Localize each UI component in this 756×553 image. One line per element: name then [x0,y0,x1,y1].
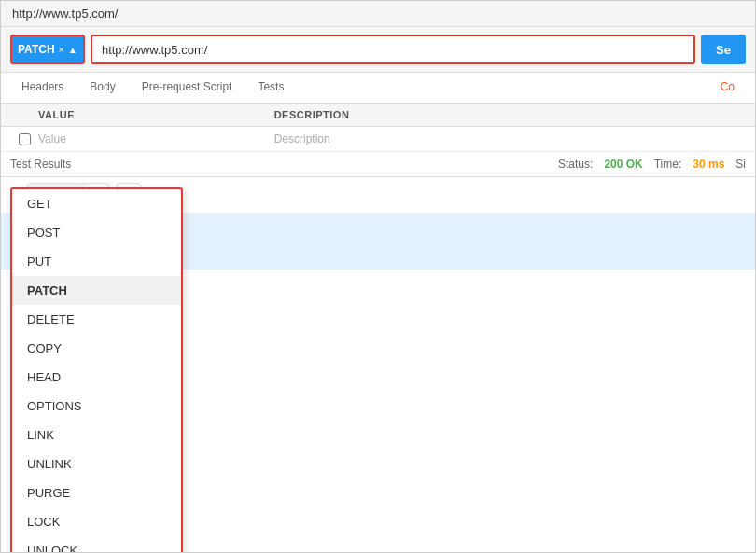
status-value: 200 OK [604,158,642,171]
title-bar: http://www.tp5.com/ [1,1,755,27]
tab-tests[interactable]: Tests [246,73,295,103]
size-label: Si [735,158,746,171]
row-value: Value [38,132,274,145]
col-checkbox [10,109,38,120]
method-close-icon[interactable]: × [59,44,64,55]
dropdown-item-get[interactable]: GET [12,189,181,218]
method-dropdown: GET POST PUT PATCH DELETE COPY HEAD OPTI… [10,187,183,553]
method-selector[interactable]: PATCH × ▲ [10,35,85,64]
col-description-header: DESCRIPTION [274,109,511,120]
time-value: 30 ms [693,158,724,171]
content-area: VALUE DESCRIPTION Value Description Test… [1,104,755,270]
tab-body[interactable]: Body [78,73,126,103]
send-button[interactable]: Se [701,35,746,64]
dropdown-item-patch[interactable]: PATCH [12,276,181,305]
dropdown-item-post[interactable]: POST [12,218,181,247]
test-results-label: Test Results [10,158,558,171]
row-checkbox-input[interactable] [19,133,31,145]
table-header: VALUE DESCRIPTION [1,104,755,127]
dropdown-item-unlock[interactable]: UNLOCK [12,536,181,553]
method-label: PATCH [18,43,55,56]
method-arrow-icon[interactable]: ▲ [68,45,77,55]
dropdown-item-link[interactable]: LINK [12,421,181,449]
tabs-bar: Headers Body Pre-request Script Tests Co [1,73,755,104]
dropdown-item-head[interactable]: HEAD [12,363,181,392]
status-label: Status: [558,158,593,171]
dropdown-item-delete[interactable]: DELETE [12,305,181,334]
tab-pre-request[interactable]: Pre-request Script [131,73,244,103]
dropdown-item-lock[interactable]: LOCK [12,507,181,536]
test-results-bar: Test Results Status: 200 OK Time: 30 ms … [1,152,755,177]
col-value-header: VALUE [38,109,274,120]
col-extra [510,109,746,120]
table-row: Value Description [1,127,755,152]
time-label: Time: [654,158,682,171]
tab-co[interactable]: Co [709,73,746,103]
url-bar-area: PATCH × ▲ Se [1,27,755,73]
status-info: Status: 200 OK Time: 30 ms Si [558,158,746,171]
title-url: http://www.tp5.com/ [12,7,118,21]
url-input[interactable] [91,35,695,64]
dropdown-item-put[interactable]: PUT [12,247,181,276]
dropdown-item-options[interactable]: OPTIONS [12,392,181,421]
tab-headers[interactable]: Headers [10,73,75,103]
row-checkbox[interactable] [10,133,38,145]
row-description: Description [274,132,511,145]
dropdown-item-purge[interactable]: PURGE [12,478,181,507]
dropdown-item-copy[interactable]: COPY [12,334,181,363]
dropdown-item-unlink[interactable]: UNLINK [12,449,181,478]
